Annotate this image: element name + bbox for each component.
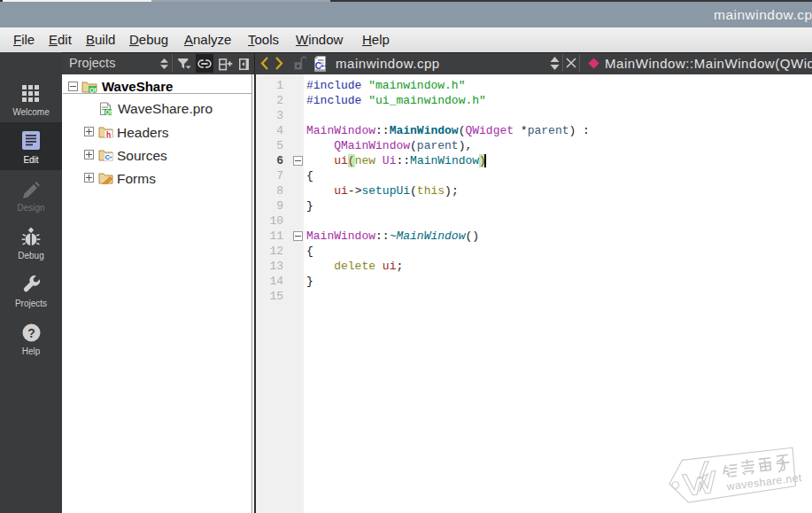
svg-text:Qt: Qt [89,87,97,94]
svg-text:+: + [110,154,112,159]
svg-text:?: ? [27,326,35,340]
svg-text:h: h [106,130,111,139]
svg-text:Qt: Qt [105,109,112,115]
svg-text:++: ++ [320,62,325,70]
